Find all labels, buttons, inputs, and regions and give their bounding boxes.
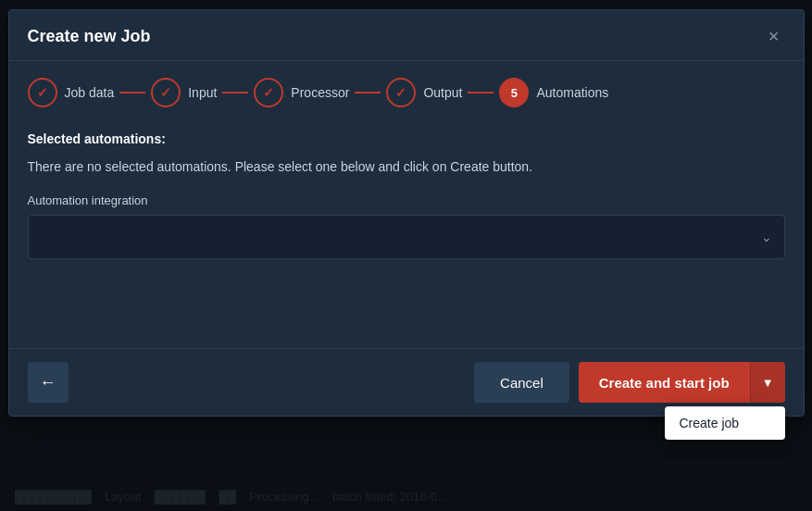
modal-header: Create new Job ×	[9, 10, 804, 61]
modal-footer: ← Cancel Create and start job ▼ Create j…	[9, 348, 804, 416]
automation-integration-dropdown[interactable]	[28, 215, 785, 259]
step-circle-input: ✓	[151, 78, 181, 107]
create-start-button-group: Create and start job ▼	[579, 362, 785, 403]
step-label-input: Input	[188, 85, 217, 100]
step-divider-3	[355, 92, 381, 93]
create-start-dropdown-toggle[interactable]: ▼	[750, 362, 785, 403]
step-divider-1	[119, 92, 145, 93]
step-automations: 5 Automations	[499, 78, 608, 107]
check-icon-job-data: ✓	[37, 85, 48, 100]
create-dropdown-menu: Create job	[665, 406, 785, 440]
step-divider-4	[468, 92, 493, 93]
create-and-start-button[interactable]: Create and start job	[579, 362, 750, 403]
step-circle-output: ✓	[386, 78, 416, 107]
modal-dialog: Create new Job × ✓ Job data ✓ Input	[8, 9, 805, 417]
step-output: ✓ Output	[386, 78, 462, 107]
check-icon-processor: ✓	[263, 85, 274, 100]
step-label-processor: Processor	[291, 85, 349, 100]
check-icon-input: ✓	[160, 85, 171, 100]
step-label-automations: Automations	[536, 85, 608, 100]
automation-integration-label: Automation integration	[28, 193, 785, 207]
step-circle-automations: 5	[499, 78, 529, 107]
create-job-menu-item[interactable]: Create job	[665, 406, 785, 440]
step-processor: ✓ Processor	[254, 78, 349, 107]
dropdown-arrow-icon: ▼	[762, 376, 774, 390]
step-label-job-data: Job data	[65, 85, 115, 100]
step-job-data: ✓ Job data	[28, 78, 115, 107]
footer-right-actions: Cancel Create and start job ▼ Create job	[474, 362, 784, 403]
check-icon-output: ✓	[395, 85, 406, 100]
modal-overlay: Create new Job × ✓ Job data ✓ Input	[0, 0, 812, 511]
modal-close-button[interactable]: ×	[763, 25, 785, 47]
no-automations-info: There are no selected automations. Pleas…	[28, 157, 785, 177]
selected-automations-label: Selected automations:	[28, 131, 785, 146]
step-label-output: Output	[423, 85, 462, 100]
step-circle-job-data: ✓	[28, 78, 57, 107]
step-number-automations: 5	[511, 86, 518, 100]
back-button[interactable]: ←	[28, 362, 69, 403]
step-circle-processor: ✓	[254, 78, 283, 107]
automation-dropdown-wrapper: ⌄	[28, 215, 785, 259]
step-divider-2	[222, 92, 248, 93]
modal-body: Selected automations: There are no selec…	[9, 122, 804, 348]
modal-title: Create new Job	[28, 27, 151, 46]
step-input: ✓ Input	[151, 78, 217, 107]
back-arrow-icon: ←	[40, 373, 56, 393]
cancel-button[interactable]: Cancel	[474, 362, 569, 403]
steps-bar: ✓ Job data ✓ Input ✓ Processor	[9, 61, 804, 122]
